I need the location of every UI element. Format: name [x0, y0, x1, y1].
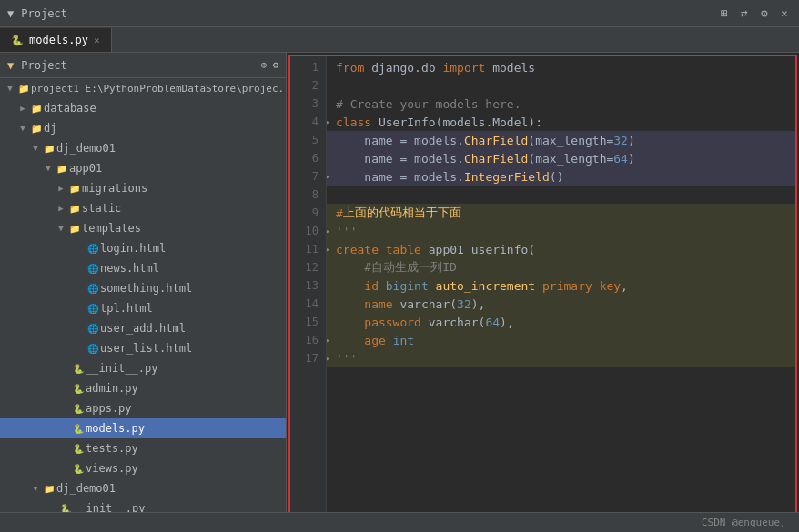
tree-item-tests-py[interactable]: 🐍 tests.py: [0, 438, 286, 458]
code-line-16: ▶ age int: [327, 331, 795, 349]
sql-create: create: [336, 243, 386, 256]
code-area[interactable]: from django.db import models # Create yo…: [327, 56, 795, 512]
tree-item-user-list-html[interactable]: 🌐 user_list.html: [0, 338, 286, 358]
folder-icon-project1: 📁: [16, 81, 31, 95]
sql-id-kw: id: [364, 279, 385, 293]
punc-4c: ):: [528, 115, 542, 129]
sql-comma15: ,: [507, 316, 514, 329]
title-label: Project: [21, 7, 67, 20]
tree-item-dj[interactable]: ▼ 📁 dj: [0, 118, 286, 138]
sql-comma14: ,: [479, 297, 486, 311]
tree-label-views-py: views.py: [86, 462, 138, 475]
main-content: ▼ Project ⊕ ⚙ ▼ 📁 project1 E:\PythonProb…: [0, 53, 799, 512]
punc-6d: ): [628, 152, 635, 166]
tree-item-database[interactable]: ▶ 📁 database: [0, 98, 286, 118]
project-icon: ▼: [7, 7, 14, 20]
close-icon[interactable]: ×: [777, 6, 792, 21]
status-text: CSDN @enqueue、: [702, 516, 790, 529]
sql-age-indent: [336, 334, 364, 347]
grid-icon[interactable]: ⊞: [717, 6, 732, 21]
punc-6a: .: [457, 152, 464, 166]
line-numbers: 1 2 3 4 5 6 7 8 9 10 11 12 13 14 15 16 1…: [290, 56, 327, 512]
sql-int: int: [393, 334, 414, 347]
settings-icon[interactable]: ⚙: [272, 59, 278, 71]
var-name7: name: [336, 170, 400, 184]
status-bar: CSDN @enqueue、: [0, 512, 799, 532]
tree-item-project1[interactable]: ▼ 📁 project1 E:\PythonProblemDataStore\p…: [0, 78, 286, 98]
cls-models6: models: [414, 152, 457, 166]
sidebar-header-label: Project: [21, 59, 67, 72]
tree-label-tests-py: tests.py: [86, 442, 138, 455]
sync-files-icon[interactable]: ⊕: [261, 59, 268, 71]
sql-name-field: [336, 297, 364, 311]
tab-file-icon: 🐍: [11, 35, 24, 46]
cls-models5: models: [414, 134, 457, 147]
param-max5: max_length: [535, 134, 606, 147]
num-32: 32: [613, 134, 628, 147]
tree-label-app01: app01: [69, 162, 102, 175]
sql-password-field: [336, 316, 364, 329]
tree-item-tpl-html[interactable]: 🌐 tpl.html: [0, 298, 286, 318]
tree-item-templates[interactable]: ▼ 📁 templates: [0, 218, 286, 238]
tree-label-dj-demo01-2: dj_demo01: [56, 482, 116, 495]
tree-item-login-html[interactable]: 🌐 login.html: [0, 238, 286, 258]
tree-label-news-html: news.html: [100, 262, 159, 275]
line-num-14: 14: [290, 295, 326, 313]
tree-item-something-html[interactable]: 🌐 something.html: [0, 278, 286, 298]
code-line-10: ▶ ''': [327, 222, 795, 240]
code-line-17: ▶ ''': [327, 349, 795, 367]
cls-model: Model: [492, 115, 528, 129]
file-icon-admin-py: 🐍: [71, 381, 86, 396]
line-num-10: 10: [290, 222, 326, 240]
punc-14b: ): [471, 297, 479, 311]
file-icon-init-py2: 🐍: [58, 501, 73, 512]
tree-item-views-py[interactable]: 🐍 views.py: [0, 458, 286, 478]
tab-models-py[interactable]: 🐍 models.py ×: [0, 28, 112, 52]
tree-item-migrations[interactable]: ▶ 📁 migrations: [0, 178, 286, 198]
tree-item-app01[interactable]: ▼ 📁 app01: [0, 158, 286, 178]
tree-label-init-py: __init__.py: [86, 362, 157, 375]
tree-label-static: static: [82, 202, 121, 215]
gear-icon[interactable]: ⚙: [757, 6, 772, 21]
comment-chinese: #: [336, 206, 343, 220]
tree-item-dj-demo01-1[interactable]: ▼ 📁 dj_demo01: [0, 138, 286, 158]
fn-integerfield: IntegerField: [464, 170, 550, 184]
line-num-3: 3: [290, 95, 326, 113]
code-line-7: ▶ name = models.IntegerField(): [327, 167, 795, 186]
folder-icon-templates: 📁: [67, 221, 82, 236]
file-icon-news-html: 🌐: [86, 261, 100, 276]
tree-label-something-html: something.html: [100, 282, 192, 295]
tree-label-login-html: login.html: [100, 242, 166, 255]
code-line-2: [327, 76, 795, 95]
code-line-15: password varchar(64),: [327, 313, 795, 331]
sidebar-header-icons: ⊕ ⚙: [261, 59, 278, 71]
tree-item-admin-py[interactable]: 🐍 admin.py: [0, 378, 286, 398]
file-icon-init-py: 🐍: [71, 361, 86, 376]
tree-item-init-py2[interactable]: 🐍 __init__.py: [0, 498, 286, 512]
comment-3: # Create your models here.: [336, 97, 521, 111]
punc-4b: .: [485, 115, 492, 129]
punc-5b: (: [528, 134, 535, 147]
code-line-9: #上面的代码相当于下面: [327, 204, 795, 222]
mod-db: db: [421, 61, 442, 75]
tree-item-dj-demo01-2[interactable]: ▼ 📁 dj_demo01: [0, 478, 286, 498]
editor-inner: 1 2 3 4 5 6 7 8 9 10 11 12 13 14 15 16 1…: [288, 55, 797, 512]
tree-item-user-add-html[interactable]: 🌐 user_add.html: [0, 318, 286, 338]
file-icon-login-html: 🌐: [86, 241, 100, 256]
tree-item-news-html[interactable]: 🌐 news.html: [0, 258, 286, 278]
arrow-database: ▶: [16, 104, 29, 113]
tree-item-init-py[interactable]: 🐍 __init__.py: [0, 358, 286, 378]
tree-item-models-py[interactable]: 🐍 models.py: [0, 418, 286, 438]
folder-icon-database: 📁: [29, 101, 44, 115]
punc-5a: .: [457, 134, 464, 147]
tab-close-button[interactable]: ×: [94, 35, 100, 46]
punc-6c: =: [606, 152, 613, 166]
sql-primary: primary: [542, 279, 600, 293]
sql-comment-id: #自动生成一列ID: [336, 259, 457, 276]
project-folder-icon: ▼: [7, 59, 14, 72]
tree-label-templates: templates: [82, 222, 141, 235]
code-line-1: from django.db import models: [327, 58, 795, 76]
tree-item-apps-py[interactable]: 🐍 apps.py: [0, 398, 286, 418]
sync-icon[interactable]: ⇄: [737, 6, 752, 21]
tree-item-static[interactable]: ▶ 📁 static: [0, 198, 286, 218]
